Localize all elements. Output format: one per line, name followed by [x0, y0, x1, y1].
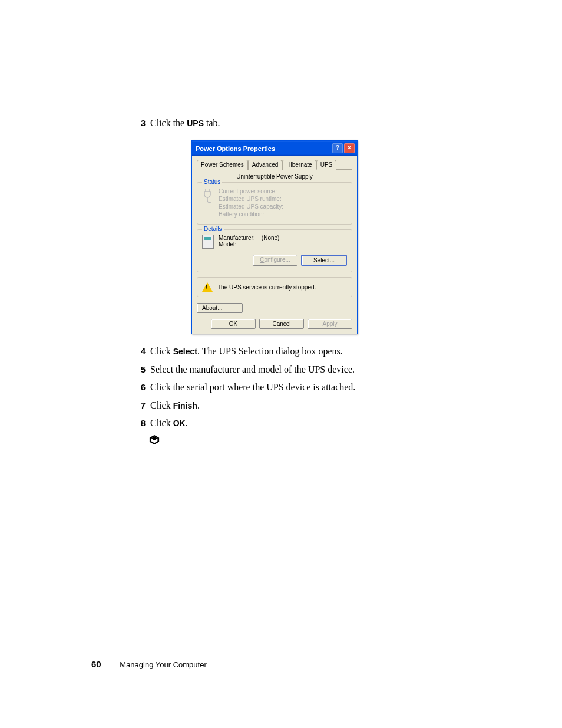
about-button[interactable]: About...: [197, 303, 243, 313]
step-4: 4 Click Select. The UPS Selection dialog…: [133, 345, 462, 358]
ups-device-icon: [202, 235, 214, 249]
tab-hibernate[interactable]: Hibernate: [282, 160, 316, 170]
status-group: Status Current power source: Estimated U…: [197, 182, 352, 225]
apply-button[interactable]: Apply: [308, 319, 352, 329]
text-part: .: [186, 418, 188, 428]
page-footer: 60 Managing Your Computer: [91, 659, 207, 669]
step-number: 8: [133, 417, 150, 430]
ok-button[interactable]: OK: [211, 319, 256, 329]
status-line: Estimated UPS capacity:: [219, 203, 283, 210]
power-options-dialog: Power Options Properties ? × Power Schem…: [191, 140, 358, 334]
step-text: Click Select. The UPS Selection dialog b…: [150, 345, 462, 358]
select-button[interactable]: Select...: [301, 255, 347, 266]
manufacturer-label: Manufacturer:: [219, 235, 255, 241]
text-part: .: [197, 400, 200, 410]
model-label: Model:: [219, 241, 279, 248]
text-part: . The UPS Selection dialog box opens.: [197, 346, 343, 356]
warning-box: The UPS service is currently stopped.: [197, 277, 352, 297]
tab-ups[interactable]: UPS: [316, 160, 337, 170]
text-bold: Finish: [173, 401, 197, 410]
step-6: 6 Click the serial port where the UPS de…: [133, 381, 462, 394]
step-text: Click OK.: [150, 417, 462, 430]
page-number: 60: [91, 659, 101, 669]
status-line: Estimated UPS runtime:: [219, 195, 283, 203]
text-part: Click the: [150, 118, 187, 128]
step-7: 7 Click Finish.: [133, 399, 462, 412]
dialog-footer: OK Cancel Apply: [197, 317, 352, 329]
end-section-icon: [149, 434, 462, 448]
help-icon[interactable]: ?: [332, 143, 343, 153]
manufacturer-value: (None): [262, 235, 280, 241]
step-text: Select the manufacturer and model of the…: [150, 363, 462, 376]
step-5: 5 Select the manufacturer and model of t…: [133, 363, 462, 376]
text-part: Click: [150, 400, 173, 410]
close-icon[interactable]: ×: [344, 143, 355, 153]
status-lines: Current power source: Estimated UPS runt…: [219, 187, 283, 218]
text-part: Click: [150, 346, 173, 356]
step-8: 8 Click OK.: [133, 417, 462, 430]
cancel-button[interactable]: Cancel: [259, 319, 304, 329]
details-group: Details Manufacturer: (None) Model:: [197, 229, 352, 272]
step-number: 6: [133, 381, 150, 394]
warning-text: The UPS service is currently stopped.: [217, 284, 316, 291]
dialog-screenshot: Power Options Properties ? × Power Schem…: [191, 140, 462, 334]
titlebar-buttons: ? ×: [332, 143, 355, 153]
text-part: tab.: [204, 118, 220, 128]
status-label: Status: [202, 179, 222, 185]
tab-strip: Power Schemes Advanced Hibernate UPS: [197, 159, 352, 170]
text-bold: Select: [173, 347, 197, 356]
step-number: 3: [133, 117, 150, 130]
step-3: 3 Click the UPS tab.: [133, 117, 462, 130]
step-text: Click the UPS tab.: [150, 117, 462, 130]
warning-icon: [202, 282, 213, 292]
details-label: Details: [202, 226, 224, 232]
section-title: Managing Your Computer: [120, 660, 206, 669]
step-text: Click Finish.: [150, 399, 462, 412]
plug-icon: [202, 187, 214, 218]
tab-power-schemes[interactable]: Power Schemes: [197, 160, 248, 170]
status-line: Current power source:: [219, 187, 283, 195]
step-text: Click the serial port where the UPS devi…: [150, 381, 462, 394]
details-text: Manufacturer: (None) Model:: [219, 235, 279, 249]
step-number: 7: [133, 399, 150, 412]
dialog-body: Power Schemes Advanced Hibernate UPS Uni…: [192, 156, 357, 334]
tab-advanced[interactable]: Advanced: [248, 160, 282, 170]
configure-button[interactable]: Configure...: [253, 255, 297, 266]
text-bold: UPS: [187, 118, 204, 128]
dialog-titlebar: Power Options Properties ? ×: [192, 141, 357, 156]
dialog-title: Power Options Properties: [196, 145, 275, 152]
text-part: Click: [150, 418, 173, 428]
text-bold: OK: [173, 419, 186, 428]
status-line: Battery condition:: [219, 210, 283, 218]
step-number: 4: [133, 345, 150, 358]
step-number: 5: [133, 363, 150, 376]
